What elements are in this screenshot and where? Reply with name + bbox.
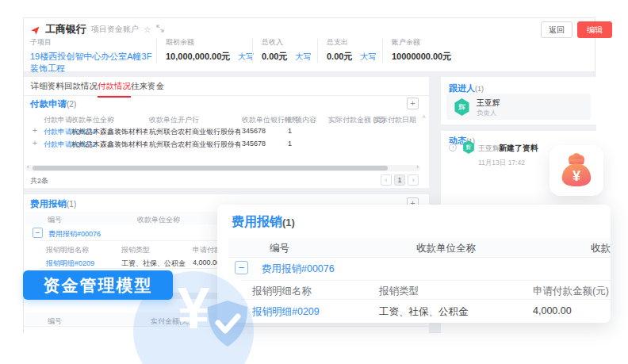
expense-link[interactable]: 费用报销#00076 — [48, 229, 101, 239]
divider — [241, 299, 611, 300]
fullscreen-icon[interactable] — [156, 25, 164, 34]
tab-payments[interactable]: 付款情况 — [98, 81, 131, 92]
content-cell: 1 — [288, 127, 292, 135]
add-payment-button[interactable]: + — [407, 98, 419, 109]
stat-label: 总支出 — [327, 37, 376, 48]
expand-row-icon[interactable]: + — [33, 139, 37, 148]
tab-receipts[interactable]: 回款情况 — [64, 81, 98, 92]
sub-col-header: 报销明细名称 — [252, 285, 312, 298]
edit-button[interactable]: 编辑 — [577, 21, 612, 38]
stat-label: 账户余额 — [392, 37, 451, 48]
type-cell: 工资、社保、公积金 — [379, 305, 469, 319]
collapse-row-icon[interactable]: − — [33, 228, 43, 238]
money-bag-icon: ¥ — [558, 153, 595, 188]
account-cell: 345678 — [242, 127, 266, 135]
stat-value: 0.00元 — [262, 52, 287, 61]
expand-row-icon[interactable]: + — [33, 126, 37, 135]
current-page[interactable]: 1 — [394, 174, 405, 186]
subproject-link[interactable]: 19楼西投创智中心办公室A幢3F装饰工程 — [30, 51, 153, 75]
expense-link[interactable]: 费用报销#00076 — [262, 262, 335, 276]
follower-name: 王亚辉 — [477, 98, 500, 109]
section-title-text: 付款申请 — [30, 99, 67, 109]
amount-cell: 4,000.00 — [193, 259, 220, 266]
payment-section-title: 付款申请(2) — [30, 98, 76, 110]
stat-total-income: 总收入 0.00元大写 — [262, 37, 311, 63]
scroll-right-icon[interactable]: › — [416, 163, 419, 171]
expense-section-title: 费用报销(1) — [30, 198, 76, 210]
bank-cell: 杭州联合农村商业银行股份有限公司半山支行 — [149, 140, 240, 150]
expense-zoom-popup: 费用报销(1) 编号 收款单位全称 收款单位开户行 − 费用报销#00076 报… — [217, 205, 611, 323]
stat-value: 10000000.00元 — [392, 51, 451, 63]
page-title: 工商银行 — [45, 22, 86, 36]
star-icon[interactable]: ☆ — [144, 25, 151, 35]
section-count: (2) — [67, 100, 76, 109]
next-page-button[interactable]: › — [408, 174, 419, 186]
payment-total-count: 共2条 — [30, 176, 48, 186]
pagination: ‹ 1 › — [381, 174, 419, 186]
popup-title-text: 费用报销 — [232, 215, 282, 228]
divider — [241, 280, 611, 281]
prev-page-button[interactable]: ‹ — [381, 174, 392, 186]
col-header: 实际付款日期 — [373, 115, 416, 125]
section-title-text: 费用报销 — [30, 199, 67, 209]
col-header: 收款单位全称 — [71, 115, 114, 125]
tab-details[interactable]: 详细资料 — [31, 81, 64, 92]
table-scroll-up-icon[interactable]: ˄ — [422, 113, 426, 121]
feed-user[interactable]: 王亚辉 — [478, 144, 500, 154]
scrollbar-thumb[interactable] — [33, 166, 388, 171]
sub-col-header: 报销类型 — [121, 245, 150, 255]
caps-link[interactable]: 大写 — [360, 52, 376, 61]
followers-title: 跟进人(1) — [449, 82, 484, 94]
stat-opening-balance: 期初余额 10,000,000.00元大写 — [166, 37, 254, 63]
sub-col-header: 申请付款金额(元) — [533, 285, 609, 298]
bank-cell: 杭州联合农村商业银行股份有限公司半山支行 — [149, 127, 240, 137]
model-badge: 资金管理模型 — [23, 270, 173, 300]
money-bag-card: ¥ — [550, 145, 603, 196]
avatar: 辉 — [454, 98, 470, 116]
col-header: 收款单位全称 — [416, 242, 476, 255]
followers-count: (1) — [475, 85, 484, 93]
feed-action: 新建了资料 — [499, 143, 538, 154]
sub-col-header: 报销明细名称 — [46, 245, 89, 255]
stat-label: 总收入 — [262, 37, 311, 48]
section-divider — [24, 188, 429, 194]
col-header: 收款单位开户行 — [149, 115, 199, 125]
record-header: 工商银行 项目资金账户 ☆ 返回 编辑 子项目 19楼西投创智中心办公室A幢3F… — [24, 18, 595, 72]
detail-link[interactable]: 报销明细#0209 — [252, 305, 320, 319]
col-header: 付款申请 — [44, 115, 72, 125]
divider — [317, 39, 318, 63]
stat-value: 10,000,000.00元 — [166, 52, 230, 61]
popup-title: 费用报销(1) — [232, 214, 295, 231]
caps-link[interactable]: 大写 — [295, 52, 311, 61]
stat-label: 期初余额 — [166, 37, 254, 48]
payee-cell: 杭州品木森鑫装饰材料有限公司 — [71, 140, 147, 150]
scroll-left-icon[interactable]: ‹ — [27, 163, 29, 171]
stat-account-balance: 账户余额 10000000.00元 — [392, 37, 451, 63]
stat-total-expense: 总支出 0.00元大写 — [327, 37, 376, 63]
follower-item[interactable]: 辉 王亚辉 负责人 — [446, 94, 591, 120]
back-button[interactable]: 返回 — [541, 21, 572, 38]
divider — [156, 39, 157, 63]
follower-role: 负责人 — [477, 109, 497, 118]
section-divider — [441, 125, 596, 131]
divider — [382, 39, 383, 63]
col-header: 收款单位开户行 — [591, 242, 611, 255]
collapse-row-icon[interactable]: − — [235, 261, 248, 274]
page-subtitle: 项目资金账户 — [91, 24, 139, 35]
divider — [228, 257, 611, 258]
stat-label: 子项目 — [30, 37, 153, 48]
divider — [24, 326, 429, 327]
col-header: 编号 — [270, 242, 289, 255]
col-header: 款项内容 — [288, 115, 316, 125]
content-cell: 1 — [288, 140, 292, 148]
tab-transactions[interactable]: 往来资金 — [131, 81, 164, 92]
account-cell: 345678 — [242, 140, 266, 148]
col-header: 编号 — [48, 215, 62, 225]
clock-icon — [449, 144, 457, 151]
horizontal-scrollbar[interactable]: ‹ › — [25, 165, 420, 171]
feed-timestamp: 11月13日 17:42 — [478, 159, 525, 168]
stat-value: 0.00元 — [327, 52, 352, 61]
svg-text:¥: ¥ — [572, 168, 581, 184]
amount-cell: 4,000.00 — [533, 305, 572, 316]
tab-bar: 详细资料 回款情况 付款情况 往来资金 — [24, 77, 429, 96]
